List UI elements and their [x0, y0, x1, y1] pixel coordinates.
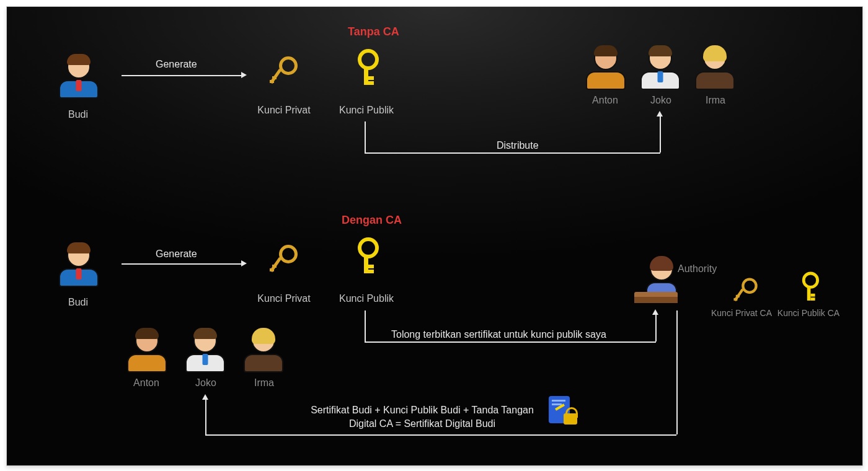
diagram-frame: Tanpa CA Budi Generate Kunci Privat Kunc… [6, 6, 863, 466]
actor-budi-top [56, 55, 101, 99]
arrow-generate-top [122, 75, 242, 76]
dist-arrowhead [657, 111, 663, 117]
actor-budi-bottom [56, 244, 101, 287]
label-budi-top: Budi [53, 109, 103, 120]
public-key-icon-bottom [353, 241, 380, 268]
req-line-up [655, 314, 657, 341]
label-generate-top: Generate [156, 59, 197, 70]
section-title-tanpa-ca: Tanpa CA [348, 25, 399, 38]
label-authority: Authority [678, 263, 733, 275]
label-joko-top: Joko [633, 95, 689, 106]
actor-joko-top [638, 46, 683, 90]
actor-irma-bottom [241, 329, 286, 372]
label-ca-public-key: Kunci Publik CA [774, 308, 843, 319]
label-anton-top: Anton [577, 95, 633, 106]
dist-line-up [660, 115, 661, 152]
actor-irma-top [693, 46, 737, 90]
arrow-generate-bottom [122, 263, 242, 265]
label-ca-private-key: Kunci Privat CA [707, 308, 776, 319]
label-private-key-top: Kunci Privat [250, 105, 318, 116]
ret-line-across [205, 434, 676, 436]
label-distribute: Distribute [497, 140, 539, 151]
label-generate-bottom: Generate [156, 249, 197, 260]
actor-anton-bottom [125, 329, 169, 372]
public-key-icon-top [353, 53, 380, 80]
req-line-across [365, 341, 656, 343]
label-public-key-bottom: Kunci Publik [329, 293, 404, 304]
arrowhead-generate-top [241, 72, 247, 78]
label-joko-bottom: Joko [178, 377, 234, 389]
label-anton-bottom: Anton [118, 377, 174, 389]
req-line-down [365, 310, 366, 341]
ret-line-up [205, 398, 206, 434]
actor-joko-bottom [183, 329, 228, 372]
private-key-icon-top [270, 58, 298, 85]
ca-public-key-icon [798, 275, 820, 296]
label-irma-top: Irma [688, 95, 743, 106]
ret-line-down [676, 310, 678, 434]
ret-arrowhead [202, 394, 208, 400]
label-public-key-top: Kunci Publik [329, 105, 404, 116]
dist-line-across [365, 152, 660, 154]
ca-private-key-icon [734, 279, 757, 302]
label-request-cert: Tolong terbitkan sertifikat untuk kunci … [391, 329, 606, 340]
label-budi-bottom: Budi [53, 297, 103, 308]
label-irma-bottom: Irma [236, 377, 292, 389]
private-key-icon-bottom [270, 246, 298, 273]
dist-line-down [365, 121, 366, 152]
certificate-icon [546, 395, 581, 429]
label-private-key-bottom: Kunci Privat [250, 293, 318, 304]
section-title-dengan-ca: Dengan CA [342, 214, 402, 227]
req-arrowhead [652, 309, 658, 315]
actor-anton-top [583, 46, 628, 90]
arrowhead-generate-bottom [241, 260, 247, 266]
label-return-cert: Sertifikat Budi + Kunci Publik Budi + Ta… [304, 403, 540, 431]
authority-desk-icon [634, 292, 678, 303]
